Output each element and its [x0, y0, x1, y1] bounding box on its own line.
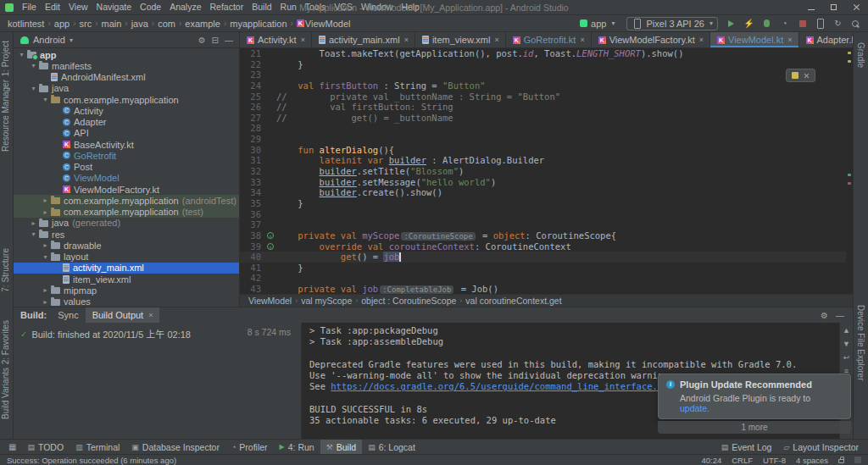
gutter[interactable]: [265, 155, 276, 166]
code-line-43[interactable]: 43 private val job:CompletableJob = Job(…: [240, 284, 846, 294]
code-line-24[interactable]: 24 val firstButton : String = "Button": [240, 80, 846, 91]
code-line-22[interactable]: 22 }: [240, 59, 846, 70]
code-line-26[interactable]: 26// val firstButton: String: [240, 102, 846, 113]
breadcrumb-item-viewmodel[interactable]: ViewModel: [304, 19, 352, 29]
gutter[interactable]: [265, 134, 276, 145]
maximize-button[interactable]: [822, 0, 845, 14]
breadcrumb-item-kotlintest[interactable]: kotlintest: [7, 19, 45, 29]
inspections-widget[interactable]: [786, 69, 815, 82]
expand-arrow-icon[interactable]: ▾: [41, 253, 50, 261]
code-line-38[interactable]: 38↑ private val myScope:CoroutineScope =…: [240, 230, 846, 241]
code-line-32[interactable]: 32 builder.setTitle("Blossom"): [240, 166, 846, 177]
code-line-39[interactable]: 39↑ override val coroutineContext: Corou…: [240, 241, 846, 252]
editor[interactable]: 21 Toast.makeText(getApplication(), post…: [240, 48, 853, 294]
toolwindow-todo[interactable]: ▤TODO: [21, 440, 70, 454]
gutter[interactable]: [265, 252, 276, 263]
breadcrumb-object-coroutinescope[interactable]: object : CoroutineScope: [361, 296, 456, 306]
editor-tab-activity-main-xml[interactable]: activity_main.xml×: [312, 32, 415, 47]
tool-stripe-2-favorites[interactable]: 2: Favorites: [1, 320, 10, 364]
menu-analyze[interactable]: Analyze: [165, 0, 205, 14]
toolwindow-6-logcat[interactable]: ▤6: Logcat: [362, 440, 421, 454]
close-button[interactable]: [845, 0, 868, 14]
device-select[interactable]: Pixel 3 API 26: [626, 17, 718, 30]
breadcrumb-item-com[interactable]: com: [157, 19, 176, 29]
tree-item-com-example-myapplication-androidtest[interactable]: ▸com.example.myapplication(androidTest): [14, 195, 239, 206]
tree-item-manifests[interactable]: ▾manifests: [14, 60, 239, 71]
tree-item-layout[interactable]: ▾layout: [14, 252, 239, 263]
expand-arrow-icon[interactable]: ▾: [17, 51, 26, 58]
close-icon[interactable]: [804, 73, 810, 79]
expand-arrow-icon[interactable]: ▾: [41, 96, 50, 103]
code-line-41[interactable]: 41 }: [240, 263, 846, 274]
code-line-23[interactable]: 23: [240, 69, 846, 80]
scroll-to-end-icon[interactable]: ▼: [843, 340, 850, 348]
status-widget-utf-8[interactable]: UTF-8: [763, 456, 786, 465]
tree-item-activity-main-xml[interactable]: activity_main.xml: [14, 263, 239, 274]
menu-build[interactable]: Build: [248, 0, 275, 14]
gutter[interactable]: [265, 177, 276, 188]
tree-item-com-example-myapplication[interactable]: ▾com.example.myapplication: [14, 94, 239, 105]
tree-item-post[interactable]: CPost: [14, 162, 239, 173]
tree-item-viewmodelfactory-kt[interactable]: KViewModelFactory.kt: [14, 184, 239, 195]
minimize-button[interactable]: [799, 0, 822, 14]
stop-icon[interactable]: [797, 18, 808, 29]
menu-run[interactable]: Run: [276, 0, 301, 14]
menu-code[interactable]: Code: [136, 0, 165, 14]
override-marker-icon[interactable]: ↑: [267, 243, 274, 250]
breadcrumb-item-src[interactable]: src: [78, 19, 92, 29]
tree-item-androidmanifest-xml[interactable]: AndroidManifest.xml: [14, 72, 239, 83]
code-line-33[interactable]: 33 builder.setMessage("hello world"): [240, 177, 846, 188]
build-settings-icon[interactable]: ⚙: [821, 311, 828, 320]
project-view-select[interactable]: Android: [33, 35, 65, 45]
tree-item-values[interactable]: ▸values: [14, 296, 239, 307]
code-line-21[interactable]: 21 Toast.makeText(getApplication(), post…: [240, 48, 846, 59]
gutter[interactable]: [265, 123, 276, 134]
update-link[interactable]: update.: [680, 403, 709, 413]
toolwindow-4-run[interactable]: ▶4: Run: [274, 440, 320, 454]
expand-arrow-icon[interactable]: ▸: [41, 298, 50, 306]
sync-project-icon[interactable]: ↻: [832, 18, 843, 29]
gutter[interactable]: [265, 69, 276, 80]
lock-icon[interactable]: [838, 459, 844, 463]
debug-icon[interactable]: [761, 18, 772, 29]
build-tab-build-output[interactable]: Build Output×: [86, 307, 160, 323]
breadcrumb-item-app[interactable]: app: [53, 19, 70, 29]
warning-mark-icon[interactable]: [848, 60, 851, 63]
breadcrumb-item-example[interactable]: example: [184, 19, 221, 29]
code-line-29[interactable]: 29: [240, 134, 846, 145]
gutter[interactable]: [265, 166, 276, 177]
menu-navigate[interactable]: Navigate: [92, 0, 136, 14]
close-icon[interactable]: ×: [580, 36, 584, 44]
toolwindow-profiler[interactable]: ◔Profiler: [225, 440, 274, 454]
gutter[interactable]: [265, 187, 276, 198]
close-icon[interactable]: ×: [787, 36, 792, 44]
tool-stripe-gradle[interactable]: Gradle: [856, 42, 865, 68]
code-line-25[interactable]: 25// private val _buttonName : String = …: [240, 91, 846, 102]
breadcrumb-val-coroutinecontext-get[interactable]: val coroutineContext.get: [465, 296, 561, 306]
breadcrumb-item-main[interactable]: main: [100, 19, 122, 29]
menu-file[interactable]: File: [18, 0, 41, 14]
toolwindow-terminal[interactable]: ▥Terminal: [70, 440, 125, 454]
gutter[interactable]: [265, 219, 276, 230]
gutter[interactable]: ↑: [265, 241, 276, 252]
code-line-35[interactable]: 35 }: [240, 198, 846, 209]
breadcrumb-viewmodel[interactable]: ViewModel: [248, 296, 292, 306]
expand-arrow-icon[interactable]: ▸: [41, 286, 50, 294]
code-line-31[interactable]: 31 lateinit var builder : AlertDialog.Bu…: [240, 155, 846, 166]
code-line-30[interactable]: 30 fun alterDialog(){: [240, 145, 846, 156]
gutter[interactable]: [265, 48, 276, 59]
profile-icon[interactable]: ◔: [779, 18, 790, 29]
tree-item-java-generated[interactable]: ▸java(generated): [14, 218, 239, 229]
close-icon[interactable]: ×: [404, 36, 409, 44]
tool-stripe-build-variants[interactable]: Build Variants: [1, 368, 10, 419]
code-line-40[interactable]: 40 get() = job: [240, 252, 846, 263]
expand-arrow-icon[interactable]: ▸: [41, 197, 50, 204]
gutter[interactable]: [265, 113, 276, 124]
tree-item-baseactivity-kt[interactable]: KBaseActivity.kt: [14, 139, 239, 150]
tree-item-com-example-myapplication-test[interactable]: ▸com.example.myapplication(test): [14, 207, 239, 218]
menu-refactor[interactable]: Refactor: [206, 0, 248, 14]
code-line-28[interactable]: 28: [240, 123, 846, 134]
apply-changes-icon[interactable]: ⚡: [743, 18, 754, 29]
code-line-36[interactable]: 36: [240, 209, 846, 220]
breadcrumb-item-java[interactable]: java: [131, 19, 149, 29]
